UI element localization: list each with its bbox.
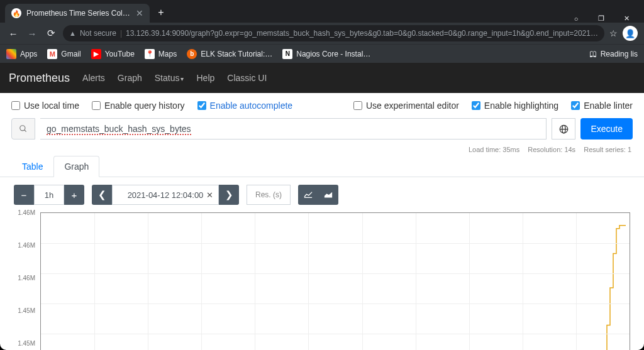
datetime-input[interactable]: 2021-04-12 12:04:00 ✕ <box>112 185 219 205</box>
bookmark-maps[interactable]: 📍Maps <box>145 49 177 59</box>
nav-reload-icon[interactable]: ⟳ <box>44 26 58 40</box>
time-next-button[interactable]: ❯ <box>219 185 239 205</box>
window-minimize-icon[interactable]: ○ <box>564 15 589 23</box>
nav-graph[interactable]: Graph <box>118 73 142 83</box>
window-controls: ○ ❐ ✕ <box>564 14 639 23</box>
area-chart-icon[interactable] <box>318 185 338 205</box>
time-group: ❮ 2021-04-12 12:04:00 ✕ ❯ <box>92 185 239 205</box>
window-maximize-icon[interactable]: ❐ <box>589 14 614 23</box>
bookmark-star-icon[interactable]: ☆ <box>609 28 618 38</box>
chevron-down-icon: ▾ <box>180 75 184 82</box>
query-history-checkbox[interactable] <box>92 101 101 110</box>
opt-local-time[interactable]: Use local time <box>11 101 79 111</box>
chart-series <box>41 213 630 350</box>
range-group: − + <box>14 185 84 205</box>
svg-point-0 <box>20 126 25 131</box>
opt-linter[interactable]: Enable linter <box>571 101 633 111</box>
bookmark-nagios[interactable]: NNagios Core - Instal… <box>282 49 370 59</box>
url-input[interactable]: ▲ Not secure | 13.126.39.14:9090/graph?g… <box>63 25 604 41</box>
nav-classic-ui[interactable]: Classic UI <box>227 73 267 83</box>
reading-list[interactable]: 🕮Reading lis <box>589 50 638 58</box>
local-time-checkbox[interactable] <box>11 101 20 110</box>
bookmarks-bar: Apps MGmail ▶YouTube 📍Maps bELK Stack Tu… <box>0 44 644 63</box>
query-input[interactable]: go_memstats_buck_hash_sys_bytes <box>40 118 547 139</box>
prometheus-page: Prometheus Alerts Graph Status▾ Help Cla… <box>0 63 644 350</box>
svg-marker-6 <box>325 192 332 198</box>
browser-titlebar: 🔥 Prometheus Time Series Collecti ✕ + ○ … <box>0 0 644 23</box>
not-secure-icon: ▲ <box>69 30 76 37</box>
opt-highlighting[interactable]: Enable highlighting <box>472 101 558 111</box>
browser-address-bar: ← → ⟳ ▲ Not secure | 13.126.39.14:9090/g… <box>0 23 644 44</box>
brand-title[interactable]: Prometheus <box>9 72 70 85</box>
new-tab-button[interactable]: + <box>152 7 170 18</box>
options-row: Use local time Enable query history Enab… <box>0 93 644 118</box>
range-decrease-button[interactable]: − <box>14 185 34 205</box>
browser-tab[interactable]: 🔥 Prometheus Time Series Collecti ✕ <box>5 4 150 23</box>
globe-icon[interactable] <box>552 118 575 139</box>
opt-query-history[interactable]: Enable query history <box>92 101 185 111</box>
search-icon[interactable] <box>11 118 35 139</box>
nav-forward-icon[interactable]: → <box>25 26 39 40</box>
resolution-input[interactable]: Res. (s) <box>247 185 291 205</box>
bookmark-gmail[interactable]: MGmail <box>47 49 80 59</box>
status-line: Load time: 35ms Resolution: 14s Result s… <box>0 146 644 156</box>
window-close-icon[interactable]: ✕ <box>614 14 639 23</box>
plot-area[interactable] <box>40 212 630 350</box>
tab-graph[interactable]: Graph <box>53 156 99 177</box>
execute-button[interactable]: Execute <box>580 118 633 139</box>
status-loadtime: Load time: 35ms <box>469 146 519 153</box>
experimental-checkbox[interactable] <box>353 101 362 110</box>
range-increase-button[interactable]: + <box>64 185 84 205</box>
linter-checkbox[interactable] <box>571 101 580 110</box>
status-series: Result series: 1 <box>584 146 631 153</box>
status-resolution: Resolution: 14s <box>528 146 575 153</box>
app-topnav: Prometheus Alerts Graph Status▾ Help Cla… <box>0 63 644 93</box>
url-text: 13.126.39.14:9090/graph?g0.expr=go_memst… <box>126 29 598 38</box>
tab-table[interactable]: Table <box>11 156 53 177</box>
datetime-clear-icon[interactable]: ✕ <box>206 190 213 200</box>
chart-type-group <box>298 185 338 205</box>
bookmark-apps[interactable]: Apps <box>6 49 37 59</box>
opt-autocomplete[interactable]: Enable autocomplete <box>197 101 293 111</box>
profile-avatar[interactable]: 👤 <box>623 26 638 41</box>
bookmark-elk[interactable]: bELK Stack Tutorial:… <box>187 49 272 59</box>
query-row: go_memstats_buck_hash_sys_bytes Execute <box>0 118 644 146</box>
tab-favicon: 🔥 <box>11 8 21 18</box>
autocomplete-checkbox[interactable] <box>197 101 206 110</box>
chart-area: 1.46M1.46M1.46M1.45M1.45M <box>14 212 630 350</box>
line-chart-icon[interactable] <box>298 185 318 205</box>
reading-list-icon: 🕮 <box>589 50 597 58</box>
nav-alerts[interactable]: Alerts <box>82 73 105 83</box>
highlighting-checkbox[interactable] <box>472 101 480 110</box>
time-prev-button[interactable]: ❮ <box>92 185 112 205</box>
result-tabs: Table Graph <box>0 156 644 177</box>
range-input[interactable] <box>34 185 64 205</box>
bookmark-youtube[interactable]: ▶YouTube <box>91 49 135 59</box>
nav-back-icon[interactable]: ← <box>6 26 20 40</box>
not-secure-label: Not secure <box>80 29 116 38</box>
svg-line-1 <box>25 130 26 132</box>
tab-title: Prometheus Time Series Collecti <box>26 9 131 18</box>
tab-close-icon[interactable]: ✕ <box>136 8 143 18</box>
nav-status[interactable]: Status▾ <box>155 73 184 83</box>
opt-experimental[interactable]: Use experimental editor <box>353 101 459 111</box>
nav-help[interactable]: Help <box>196 73 214 83</box>
graph-toolbar: − + ❮ 2021-04-12 12:04:00 ✕ ❯ Res. (s) <box>0 177 644 212</box>
